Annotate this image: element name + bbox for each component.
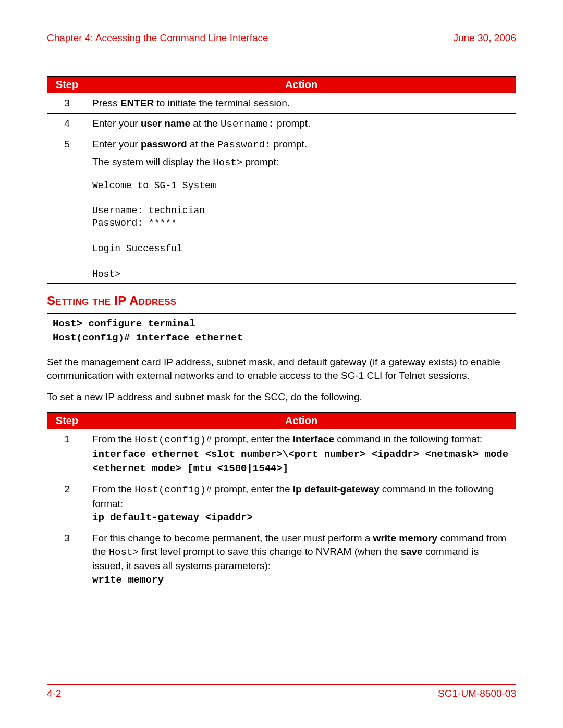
chapter-title: Chapter 4: Accessing the Command Line In… — [47, 32, 268, 44]
command-line: Host> configure terminal — [53, 317, 510, 331]
step-action: For this change to become permanent, the… — [87, 528, 516, 590]
table-2: Step Action 1 From the Host(config)# pro… — [47, 412, 516, 590]
step-num: 3 — [47, 528, 87, 590]
command-box: Host> configure terminal Host(config)# i… — [47, 313, 516, 348]
table-row: 3 For this change to become permanent, t… — [47, 528, 516, 590]
table-row: 5 Enter your password at the Password: p… — [47, 134, 516, 284]
table-header-row: Step Action — [47, 413, 516, 429]
document-page: Chapter 4: Accessing the Command Line In… — [0, 0, 563, 728]
page-footer: 4-2 SG1-UM-8500-03 — [47, 684, 516, 699]
step-action: Enter your password at the Password: pro… — [87, 134, 516, 284]
table-header-row: Step Action — [47, 77, 516, 93]
col-step: Step — [47, 413, 87, 429]
step-action: Press ENTER to initiate the terminal ses… — [87, 93, 516, 114]
table-row: 2 From the Host(config)# prompt, enter t… — [47, 479, 516, 528]
paragraph: Set the management card IP address, subn… — [47, 355, 516, 382]
page-header: Chapter 4: Accessing the Command Line In… — [47, 32, 516, 47]
table-row: 1 From the Host(config)# prompt, enter t… — [47, 429, 516, 479]
header-date: June 30, 2006 — [454, 32, 516, 44]
page-number: 4-2 — [47, 688, 61, 699]
step-num: 4 — [47, 113, 87, 134]
table-1: Step Action 3 Press ENTER to initiate th… — [47, 76, 516, 284]
step-action: Enter your user name at the Username: pr… — [87, 113, 516, 134]
step-num: 1 — [47, 429, 87, 479]
step-num: 2 — [47, 479, 87, 528]
col-action: Action — [87, 413, 516, 429]
command-line: Host(config)# interface ethernet — [53, 331, 510, 345]
table-row: 4 Enter your user name at the Username: … — [47, 113, 516, 134]
step-num: 3 — [47, 93, 87, 114]
step-num: 5 — [47, 134, 87, 284]
col-step: Step — [47, 77, 87, 93]
step-action: From the Host(config)# prompt, enter the… — [87, 479, 516, 528]
col-action: Action — [87, 77, 516, 93]
command-syntax: interface ethernet <slot number>\<port n… — [92, 449, 508, 475]
terminal-output: Welcome to SG-1 System Username: technic… — [92, 179, 510, 280]
command-syntax: ip default-gateway <ipaddr> — [92, 512, 253, 523]
paragraph: To set a new IP address and subnet mask … — [47, 390, 516, 404]
table-row: 3 Press ENTER to initiate the terminal s… — [47, 93, 516, 114]
command-syntax: write memory — [92, 574, 164, 586]
doc-id: SG1-UM-8500-03 — [438, 688, 516, 699]
step-action: From the Host(config)# prompt, enter the… — [87, 429, 516, 479]
section-heading: Setting the IP Address — [47, 293, 516, 308]
